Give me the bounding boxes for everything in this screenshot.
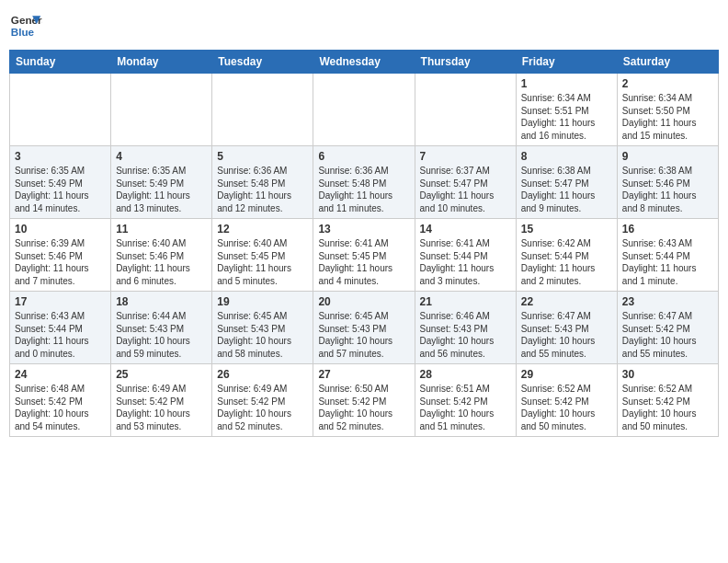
cell-content: Sunrise: 6:47 AM Sunset: 5:43 PM Dayligh…: [521, 310, 612, 360]
day-of-week-header: Thursday: [415, 51, 516, 74]
logo-icon: General Blue: [9, 9, 42, 42]
day-number: 25: [116, 368, 207, 381]
cell-content: Sunrise: 6:36 AM Sunset: 5:48 PM Dayligh…: [318, 165, 409, 214]
cell-content: Sunrise: 6:38 AM Sunset: 5:46 PM Dayligh…: [622, 165, 713, 214]
day-number: 2: [622, 77, 713, 90]
cell-content: Sunrise: 6:45 AM Sunset: 5:43 PM Dayligh…: [318, 310, 409, 360]
cell-content: Sunrise: 6:43 AM Sunset: 5:44 PM Dayligh…: [622, 237, 713, 287]
day-number: 8: [521, 150, 612, 163]
calendar-week-row: 10Sunrise: 6:39 AM Sunset: 5:46 PM Dayli…: [10, 219, 719, 292]
day-number: 5: [217, 150, 308, 163]
calendar-cell: 11Sunrise: 6:40 AM Sunset: 5:46 PM Dayli…: [111, 219, 212, 292]
day-of-week-header: Tuesday: [212, 51, 313, 74]
day-number: 6: [318, 150, 409, 163]
cell-content: Sunrise: 6:46 AM Sunset: 5:43 PM Dayligh…: [420, 310, 511, 360]
day-number: 23: [622, 295, 713, 308]
calendar-week-row: 24Sunrise: 6:48 AM Sunset: 5:42 PM Dayli…: [10, 364, 719, 437]
calendar-header-row: SundayMondayTuesdayWednesdayThursdayFrid…: [10, 51, 719, 74]
cell-content: Sunrise: 6:39 AM Sunset: 5:46 PM Dayligh…: [15, 237, 106, 287]
day-number: 18: [116, 295, 207, 308]
calendar-cell: 26Sunrise: 6:49 AM Sunset: 5:42 PM Dayli…: [212, 364, 313, 437]
calendar-cell: 21Sunrise: 6:46 AM Sunset: 5:43 PM Dayli…: [415, 292, 516, 364]
calendar-cell: [415, 74, 516, 146]
calendar-cell: 14Sunrise: 6:41 AM Sunset: 5:44 PM Dayli…: [415, 219, 516, 292]
cell-content: Sunrise: 6:52 AM Sunset: 5:42 PM Dayligh…: [521, 383, 612, 432]
day-number: 17: [15, 295, 106, 308]
calendar-cell: 28Sunrise: 6:51 AM Sunset: 5:42 PM Dayli…: [415, 364, 516, 437]
day-number: 19: [217, 295, 308, 308]
calendar-cell: 12Sunrise: 6:40 AM Sunset: 5:45 PM Dayli…: [212, 219, 313, 292]
day-number: 3: [15, 150, 106, 163]
calendar-table: SundayMondayTuesdayWednesdayThursdayFrid…: [9, 50, 719, 437]
calendar-cell: [10, 74, 111, 146]
cell-content: Sunrise: 6:34 AM Sunset: 5:51 PM Dayligh…: [521, 92, 612, 142]
day-number: 9: [622, 150, 713, 163]
cell-content: Sunrise: 6:35 AM Sunset: 5:49 PM Dayligh…: [116, 165, 207, 214]
day-number: 4: [116, 150, 207, 163]
day-number: 7: [420, 150, 511, 163]
day-number: 14: [420, 223, 511, 236]
calendar-cell: 8Sunrise: 6:38 AM Sunset: 5:47 PM Daylig…: [516, 146, 617, 219]
calendar-cell: 17Sunrise: 6:43 AM Sunset: 5:44 PM Dayli…: [10, 292, 111, 364]
cell-content: Sunrise: 6:49 AM Sunset: 5:42 PM Dayligh…: [217, 383, 308, 432]
day-of-week-header: Friday: [516, 51, 617, 74]
day-number: 10: [15, 223, 106, 236]
calendar-cell: 9Sunrise: 6:38 AM Sunset: 5:46 PM Daylig…: [617, 146, 718, 219]
calendar-cell: 2Sunrise: 6:34 AM Sunset: 5:50 PM Daylig…: [617, 74, 718, 146]
day-number: 11: [116, 223, 207, 236]
calendar-cell: 5Sunrise: 6:36 AM Sunset: 5:48 PM Daylig…: [212, 146, 313, 219]
day-number: 12: [217, 223, 308, 236]
calendar-cell: [212, 74, 313, 146]
cell-content: Sunrise: 6:34 AM Sunset: 5:50 PM Dayligh…: [622, 92, 713, 142]
day-number: 30: [622, 368, 713, 381]
calendar-cell: 6Sunrise: 6:36 AM Sunset: 5:48 PM Daylig…: [313, 146, 415, 219]
day-of-week-header: Saturday: [617, 51, 718, 74]
svg-text:Blue: Blue: [11, 26, 35, 38]
page-header: General Blue: [9, 9, 719, 42]
calendar-cell: [313, 74, 415, 146]
calendar-cell: 7Sunrise: 6:37 AM Sunset: 5:47 PM Daylig…: [415, 146, 516, 219]
cell-content: Sunrise: 6:40 AM Sunset: 5:45 PM Dayligh…: [217, 237, 308, 287]
calendar-cell: 23Sunrise: 6:47 AM Sunset: 5:42 PM Dayli…: [617, 292, 718, 364]
day-number: 15: [521, 223, 612, 236]
calendar-cell: 4Sunrise: 6:35 AM Sunset: 5:49 PM Daylig…: [111, 146, 212, 219]
calendar-cell: 29Sunrise: 6:52 AM Sunset: 5:42 PM Dayli…: [516, 364, 617, 437]
day-of-week-header: Wednesday: [313, 51, 415, 74]
logo: General Blue: [9, 9, 42, 42]
calendar-week-row: 3Sunrise: 6:35 AM Sunset: 5:49 PM Daylig…: [10, 146, 719, 219]
day-number: 13: [318, 223, 409, 236]
cell-content: Sunrise: 6:52 AM Sunset: 5:42 PM Dayligh…: [622, 383, 713, 432]
day-of-week-header: Monday: [111, 51, 212, 74]
calendar-cell: 20Sunrise: 6:45 AM Sunset: 5:43 PM Dayli…: [313, 292, 415, 364]
cell-content: Sunrise: 6:41 AM Sunset: 5:45 PM Dayligh…: [318, 237, 409, 287]
cell-content: Sunrise: 6:40 AM Sunset: 5:46 PM Dayligh…: [116, 237, 207, 287]
cell-content: Sunrise: 6:35 AM Sunset: 5:49 PM Dayligh…: [15, 165, 106, 214]
calendar-cell: 18Sunrise: 6:44 AM Sunset: 5:43 PM Dayli…: [111, 292, 212, 364]
cell-content: Sunrise: 6:48 AM Sunset: 5:42 PM Dayligh…: [15, 383, 106, 432]
day-number: 20: [318, 295, 409, 308]
calendar-cell: [111, 74, 212, 146]
cell-content: Sunrise: 6:51 AM Sunset: 5:42 PM Dayligh…: [420, 383, 511, 432]
calendar-cell: 30Sunrise: 6:52 AM Sunset: 5:42 PM Dayli…: [617, 364, 718, 437]
cell-content: Sunrise: 6:50 AM Sunset: 5:42 PM Dayligh…: [318, 383, 409, 432]
cell-content: Sunrise: 6:42 AM Sunset: 5:44 PM Dayligh…: [521, 237, 612, 287]
calendar-cell: 25Sunrise: 6:49 AM Sunset: 5:42 PM Dayli…: [111, 364, 212, 437]
calendar-cell: 27Sunrise: 6:50 AM Sunset: 5:42 PM Dayli…: [313, 364, 415, 437]
cell-content: Sunrise: 6:45 AM Sunset: 5:43 PM Dayligh…: [217, 310, 308, 360]
cell-content: Sunrise: 6:47 AM Sunset: 5:42 PM Dayligh…: [622, 310, 713, 360]
calendar-cell: 22Sunrise: 6:47 AM Sunset: 5:43 PM Dayli…: [516, 292, 617, 364]
day-number: 22: [521, 295, 612, 308]
cell-content: Sunrise: 6:41 AM Sunset: 5:44 PM Dayligh…: [420, 237, 511, 287]
calendar-cell: 3Sunrise: 6:35 AM Sunset: 5:49 PM Daylig…: [10, 146, 111, 219]
day-number: 27: [318, 368, 409, 381]
day-number: 16: [622, 223, 713, 236]
cell-content: Sunrise: 6:36 AM Sunset: 5:48 PM Dayligh…: [217, 165, 308, 214]
calendar-cell: 10Sunrise: 6:39 AM Sunset: 5:46 PM Dayli…: [10, 219, 111, 292]
calendar-cell: 19Sunrise: 6:45 AM Sunset: 5:43 PM Dayli…: [212, 292, 313, 364]
cell-content: Sunrise: 6:49 AM Sunset: 5:42 PM Dayligh…: [116, 383, 207, 432]
cell-content: Sunrise: 6:44 AM Sunset: 5:43 PM Dayligh…: [116, 310, 207, 360]
day-number: 26: [217, 368, 308, 381]
calendar-week-row: 17Sunrise: 6:43 AM Sunset: 5:44 PM Dayli…: [10, 292, 719, 364]
day-number: 24: [15, 368, 106, 381]
cell-content: Sunrise: 6:38 AM Sunset: 5:47 PM Dayligh…: [521, 165, 612, 214]
